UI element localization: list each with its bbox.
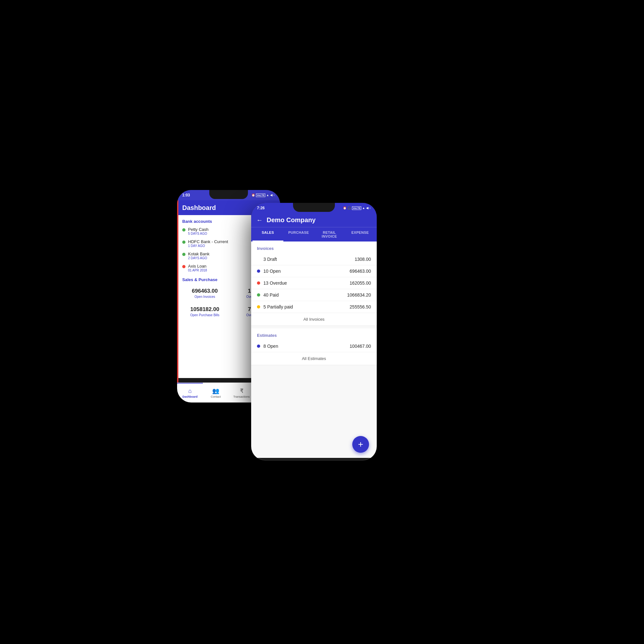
inv-open-amount: 696463.00 — [350, 269, 371, 274]
all-estimates-link[interactable]: All Estimates — [251, 352, 377, 365]
inv-partial-amount: 255556.50 — [350, 304, 371, 309]
sp-purchase-label: Open Purchase Bills — [182, 313, 227, 317]
inv-open-label: 10 Open — [263, 269, 350, 274]
sp-open-invoices-label: Open Invoices — [182, 295, 227, 298]
transactions-icon: ₹ — [240, 387, 243, 394]
front-phone-notch — [293, 203, 335, 212]
dot-open — [257, 270, 260, 273]
dot-overdue — [257, 281, 260, 285]
bank-name-petty: Petty Cash — [188, 227, 209, 232]
inv-paid-label: 40 Paid — [263, 292, 347, 298]
fab-button[interactable]: + — [352, 436, 369, 453]
dot-est-open — [257, 345, 260, 348]
nav-transactions[interactable]: ₹ Transactions — [229, 383, 254, 403]
bank-date-hdfc: 1 DAY AGO — [188, 244, 228, 248]
bank-info-kotak: Kotak Bank 2 DAYS AGO — [188, 251, 210, 260]
back-status-icons: ⏰VoLTE▲◀○ — [251, 194, 275, 197]
invoices-section-title: Invoices — [251, 241, 377, 253]
sp-purchase-amount: 1058182.00 — [182, 306, 227, 313]
all-invoices-link[interactable]: All Invoices — [251, 313, 377, 326]
front-app-header: ← Demo Company — [251, 213, 377, 227]
dot-green-hdfc — [182, 241, 185, 244]
inv-overdue-amount: 162055.00 — [350, 280, 371, 286]
scene: 1:03 ⏰VoLTE▲◀○ Dashboard 🔔 1 ⋮ Bank acco… — [177, 177, 467, 467]
est-open-amount: 100467.00 — [350, 344, 371, 349]
front-screen-content: Invoices 3 Draft 1308.00 10 Open 696463.… — [251, 241, 377, 458]
tabs-bar: SALES PURCHASE RETAIL INVOICE EXPENSE — [251, 227, 377, 241]
bank-date-kotak: 2 DAYS AGO — [188, 256, 210, 260]
est-row-open[interactable]: 8 Open 100467.00 — [251, 340, 377, 352]
tab-retail-invoice[interactable]: RETAIL INVOICE — [314, 227, 345, 241]
inv-row-overdue[interactable]: 13 Overdue 162055.00 — [251, 277, 377, 289]
nav-transactions-label: Transactions — [233, 395, 250, 398]
back-phone-notch — [209, 190, 248, 199]
bank-date-petty: 5 DAYS AGO — [188, 232, 209, 235]
sp-open-invoices[interactable]: 696463.00 Open Invoices — [182, 285, 227, 301]
inv-draft-label: 3 Draft — [257, 257, 355, 262]
bank-info-axis: Axis Loan 01 APR 2018 — [188, 264, 207, 272]
bank-date-axis: 01 APR 2018 — [188, 269, 207, 272]
inv-row-draft[interactable]: 3 Draft 1308.00 — [251, 253, 377, 265]
invoices-section: Invoices 3 Draft 1308.00 10 Open 696463.… — [251, 241, 377, 326]
dot-red-axis — [182, 265, 185, 268]
inv-paid-amount: 1066834.20 — [347, 292, 371, 298]
inv-row-partial[interactable]: 5 Partially paid 255556.50 — [251, 301, 377, 313]
tab-sales[interactable]: SALES — [252, 227, 283, 241]
sp-open-invoices-amount: 696463.00 — [182, 288, 227, 294]
tab-expense[interactable]: EXPENSE — [345, 227, 376, 241]
dot-partial — [257, 305, 260, 308]
dot-green-kotak — [182, 253, 185, 256]
bank-info-petty: Petty Cash 5 DAYS AGO — [188, 227, 209, 235]
bank-name-hdfc: HDFC Bank - Current — [188, 239, 228, 244]
bank-info-hdfc: HDFC Bank - Current 1 DAY AGO — [188, 239, 228, 248]
nav-contact-label: Contact — [211, 395, 221, 398]
back-screen-red-border — [177, 200, 178, 383]
inv-overdue-label: 13 Overdue — [263, 280, 350, 286]
estimates-section: Estimates 8 Open 100467.00 All Estimates — [251, 328, 377, 365]
inv-partial-label: 5 Partially paid — [263, 304, 350, 309]
estimates-section-title: Estimates — [251, 328, 377, 340]
tab-purchase[interactable]: PURCHASE — [283, 227, 314, 241]
back-header-title: Dashboard — [182, 204, 216, 212]
contact-icon: 👥 — [212, 387, 219, 394]
nav-dashboard-label: Dashboard — [182, 395, 197, 398]
dot-paid — [257, 293, 260, 297]
nav-contact[interactable]: 👥 Contact — [203, 383, 229, 403]
back-arrow-icon[interactable]: ← — [256, 216, 263, 224]
nav-dashboard[interactable]: ⌂ Dashboard — [177, 383, 203, 403]
front-status-time: 7:26 — [257, 206, 265, 210]
home-icon: ⌂ — [188, 388, 192, 394]
inv-row-open[interactable]: 10 Open 696463.00 — [251, 265, 377, 277]
back-status-time: 1:03 — [182, 193, 190, 197]
inv-draft-amount: 1308.00 — [355, 257, 371, 262]
front-status-icons: ⏰🎧VoLTE▲◀○ — [343, 206, 371, 210]
bank-name-axis: Axis Loan — [188, 264, 207, 269]
bank-name-kotak: Kotak Bank — [188, 251, 210, 256]
est-open-label: 8 Open — [263, 344, 350, 349]
front-phone: 7:26 ⏰🎧VoLTE▲◀○ ← Demo Company SALES PUR… — [251, 203, 377, 460]
company-title: Demo Company — [267, 216, 372, 224]
inv-row-paid[interactable]: 40 Paid 1066834.20 — [251, 289, 377, 301]
dot-green-petty — [182, 228, 185, 232]
sp-purchase-bills[interactable]: 1058182.00 Open Purchase Bills — [182, 304, 227, 319]
